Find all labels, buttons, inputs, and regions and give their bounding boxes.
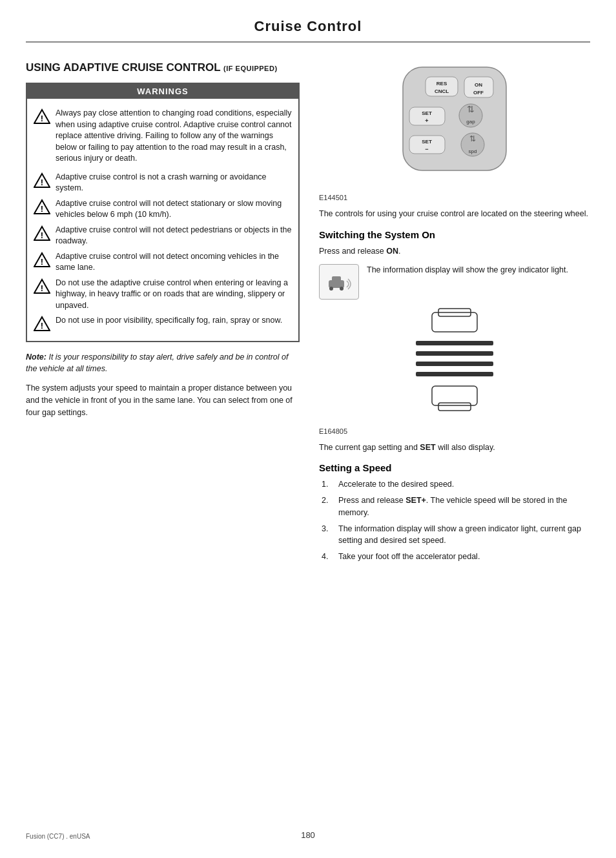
warning-text-1: Adaptive cruise control is not a crash w… [56, 172, 292, 194]
section-title: USING ADAPTIVE CRUISE CONTROL (IF EQUIPP… [26, 61, 300, 75]
svg-text:−: − [425, 146, 428, 152]
warning-item-6: ! Do not use in poor visibility, specifi… [27, 313, 298, 334]
diagram2-label: E164805 [319, 427, 590, 435]
warning-triangle-icon-2: ! [34, 199, 50, 216]
svg-text:⇅: ⇅ [469, 134, 476, 143]
svg-rect-40 [416, 351, 493, 356]
steps-list: 1. Accelerate to the desired speed. 2. P… [319, 478, 590, 563]
warning-text-6: Do not use in poor visibility, specifica… [56, 315, 282, 327]
page-number: 180 [301, 830, 315, 840]
step-3: 3. The information display will show a g… [319, 523, 590, 547]
svg-rect-44 [438, 403, 471, 411]
warning-item-0: ! Always pay close attention to changing… [27, 104, 298, 170]
diagram1-caption: The controls for using your cruise contr… [319, 208, 590, 220]
svg-text:RES: RES [436, 81, 447, 87]
switching-title: Switching the System On [319, 229, 590, 240]
warning-text-4: Adaptive cruise control will not detect … [56, 251, 292, 274]
warning-triangle-icon-1: ! [34, 172, 50, 189]
warning-text-3: Adaptive cruise control will not detect … [56, 225, 292, 247]
warning-triangle-icon-5: ! [34, 278, 50, 295]
gap-indicator-container: E164805 [319, 307, 590, 435]
page-header: Cruise Control [26, 0, 590, 43]
svg-text:SET: SET [422, 139, 432, 145]
switching-text: Press and release ON. [319, 245, 590, 258]
footer-text: Fusion (CC7) . enUSA [26, 833, 90, 840]
svg-point-36 [340, 287, 344, 291]
diagram1-label: E144501 [319, 194, 590, 201]
left-column: USING ADAPTIVE CRUISE CONTROL (IF EQUIPP… [26, 61, 300, 569]
warning-item-3: ! Adaptive cruise control will not detec… [27, 223, 298, 249]
warning-item-4: ! Adaptive cruise control will not detec… [27, 249, 298, 276]
page-title: Cruise Control [26, 18, 590, 35]
warning-triangle-icon-3: ! [34, 225, 50, 242]
indicator-icon [319, 264, 359, 300]
setting-speed-title: Setting a Speed [319, 462, 590, 473]
svg-text:gap: gap [466, 119, 475, 125]
svg-text:!: ! [41, 230, 43, 240]
steering-wheel-diagram: RES CNCL ON OFF SET + ⇅ gap SET [390, 61, 519, 190]
warning-triangle-icon-0: ! [34, 108, 50, 125]
right-column: RES CNCL ON OFF SET + ⇅ gap SET [319, 61, 590, 569]
svg-text:+: + [425, 117, 428, 124]
warning-item-1: ! Adaptive cruise control is not a crash… [27, 170, 298, 196]
warning-text-5: Do not use the adaptive cruise control w… [56, 278, 292, 312]
gap-caption: The current gap setting and SET will als… [319, 442, 590, 454]
indicator-block: The information display will show the gr… [319, 264, 590, 300]
note-label: Note: [26, 352, 46, 362]
step-1: 1. Accelerate to the desired speed. [319, 478, 590, 491]
gap-indicator-diagram [403, 307, 506, 424]
warning-triangle-icon-6: ! [34, 316, 50, 332]
svg-text:!: ! [41, 178, 43, 187]
svg-rect-41 [416, 362, 493, 366]
svg-rect-34 [332, 276, 341, 281]
svg-rect-39 [416, 341, 493, 345]
note-text-italic: It is your responsibility to stay alert,… [26, 352, 288, 373]
warning-text-0: Always pay close attention to changing r… [56, 108, 292, 165]
svg-text:!: ! [41, 114, 43, 123]
svg-text:!: ! [41, 283, 43, 293]
warning-item-2: ! Adaptive cruise control will not detec… [27, 196, 298, 223]
content-area: USING ADAPTIVE CRUISE CONTROL (IF EQUIPP… [0, 43, 616, 569]
warnings-box: WARNINGS ! Always pay close attention to… [26, 83, 300, 342]
svg-text:CNCL: CNCL [435, 88, 449, 94]
svg-text:ON: ON [475, 82, 482, 88]
warnings-title: WARNINGS [27, 84, 298, 99]
step-4: 4. Take your foot off the accelerator pe… [319, 551, 590, 563]
svg-text:OFF: OFF [473, 90, 484, 96]
page-footer: Fusion (CC7) . enUSA 180 [0, 833, 616, 840]
note-block: Note: It is your responsibility to stay … [26, 351, 300, 374]
steering-wheel-diagram-container: RES CNCL ON OFF SET + ⇅ gap SET [319, 61, 590, 201]
warning-triangle-icon-4: ! [34, 252, 50, 269]
body-text: The system adjusts your speed to maintai… [26, 382, 300, 418]
svg-text:!: ! [41, 257, 43, 267]
svg-text:SET: SET [422, 110, 432, 116]
svg-text:spd: spd [469, 148, 477, 154]
step-2: 2. Press and release SET+. The vehicle s… [319, 495, 590, 519]
warning-text-2: Adaptive cruise control will not detect … [56, 198, 292, 221]
svg-text:⇅: ⇅ [467, 104, 475, 114]
svg-point-35 [329, 287, 333, 291]
svg-text:!: ! [41, 321, 43, 331]
warning-item-5: ! Do not use the adaptive cruise control… [27, 276, 298, 314]
page-container: Cruise Control USING ADAPTIVE CRUISE CON… [0, 0, 616, 858]
svg-rect-42 [416, 372, 493, 376]
svg-text:!: ! [41, 204, 43, 214]
indicator-caption: The information display will show the gr… [367, 264, 568, 276]
